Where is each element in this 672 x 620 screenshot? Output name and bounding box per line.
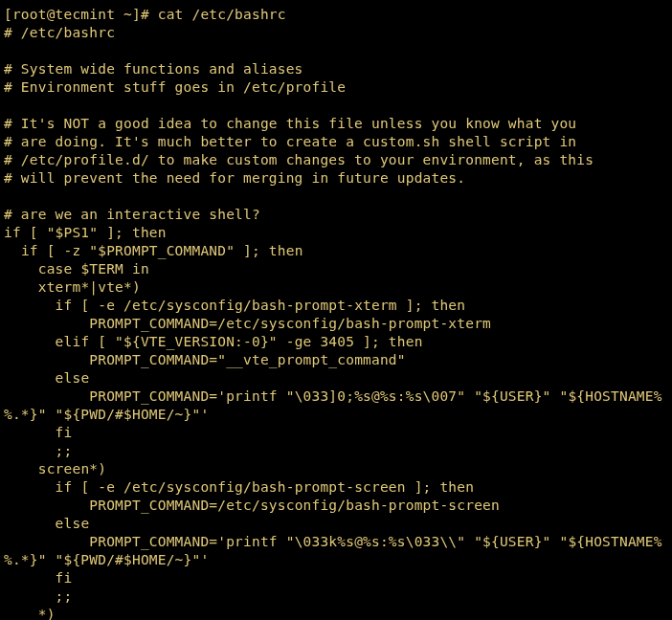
file-line: if [ -e /etc/sysconfig/bash-prompt-xterm… (4, 298, 465, 313)
shell-prompt: [root@tecmint ~]# (4, 7, 158, 22)
file-line: PROMPT_COMMAND=/etc/sysconfig/bash-promp… (4, 498, 500, 513)
file-line: elif [ "${VTE_VERSION:-0}" -ge 3405 ]; t… (4, 334, 423, 349)
file-line: xterm*|vte*) (4, 279, 141, 295)
file-line: if [ -z "$PROMPT_COMMAND" ]; then (4, 243, 303, 258)
file-line: # will prevent the need for merging in f… (4, 170, 465, 186)
file-line: else (4, 516, 89, 531)
shell-command: cat /etc/bashrc (158, 7, 286, 22)
file-line: fi (4, 570, 72, 586)
file-line: # Environment stuff goes in /etc/profile (4, 79, 346, 95)
file-line: # /etc/bashrc (4, 25, 115, 40)
file-line: PROMPT_COMMAND='printf "\033k%s@%s:%s\03… (4, 534, 662, 567)
file-line: # It's NOT a good idea to change this fi… (4, 116, 576, 131)
file-line: case $TERM in (4, 261, 149, 277)
file-line: PROMPT_COMMAND=/etc/sysconfig/bash-promp… (4, 316, 491, 331)
file-line: fi (4, 425, 72, 440)
file-line: # are doing. It's much better to create … (4, 134, 576, 149)
file-line: # System wide functions and aliases (4, 61, 303, 77)
file-line: *) (4, 607, 56, 620)
file-line: PROMPT_COMMAND='printf "\033]0;%s@%s:%s\… (4, 388, 662, 422)
file-line: else (4, 370, 89, 386)
file-line: if [ "$PS1" ]; then (4, 225, 167, 240)
file-line: PROMPT_COMMAND="__vte_prompt_command" (4, 352, 406, 367)
file-line: if [ -e /etc/sysconfig/bash-prompt-scree… (4, 479, 474, 495)
file-line: # are we an interactive shell? (4, 207, 260, 222)
file-line: screen*) (4, 461, 106, 476)
file-line: # /etc/profile.d/ to make custom changes… (4, 152, 594, 167)
terminal-output[interactable]: [root@tecmint ~]# cat /etc/bashrc # /etc… (0, 0, 672, 620)
file-line: ;; (4, 588, 72, 604)
file-line: ;; (4, 443, 72, 458)
